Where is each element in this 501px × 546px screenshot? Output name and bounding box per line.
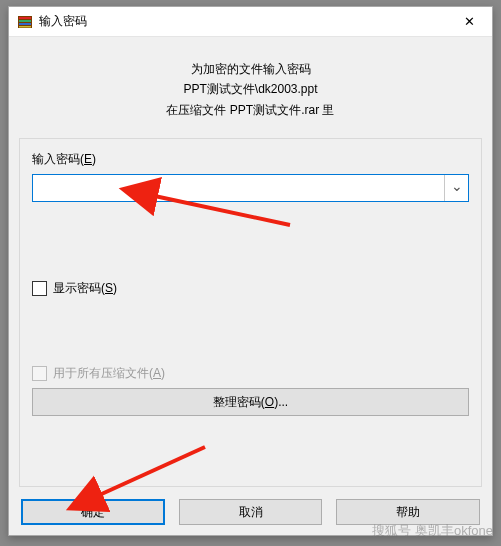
ok-button[interactable]: 确定	[21, 499, 165, 525]
password-label: 输入密码(E)	[32, 151, 469, 168]
svg-rect-2	[19, 20, 31, 22]
password-combobox[interactable]: ⌄	[32, 174, 469, 202]
organize-passwords-button[interactable]: 整理密码(O)...	[32, 388, 469, 416]
cancel-button[interactable]: 取消	[179, 499, 323, 525]
prompt-text: 为加密的文件输入密码 PPT测试文件\dk2003.ppt 在压缩文件 PPT测…	[19, 59, 482, 120]
main-group: 输入密码(E) ⌄ 显示密码(S) 用于所有压缩文件(A)	[19, 138, 482, 487]
client-area: 为加密的文件输入密码 PPT测试文件\dk2003.ppt 在压缩文件 PPT测…	[9, 37, 492, 535]
prompt-line2: PPT测试文件\dk2003.ppt	[19, 79, 482, 99]
titlebar: 输入密码 ✕	[9, 7, 492, 37]
show-password-checkbox[interactable]	[32, 281, 47, 296]
svg-rect-1	[19, 17, 31, 19]
show-password-row: 显示密码(S)	[32, 280, 469, 297]
use-for-all-label: 用于所有压缩文件(A)	[53, 365, 165, 382]
winrar-icon	[17, 14, 33, 30]
prompt-line1: 为加密的文件输入密码	[19, 59, 482, 79]
svg-rect-3	[19, 23, 31, 25]
use-for-all-row: 用于所有压缩文件(A)	[32, 365, 469, 382]
dialog-window: 输入密码 ✕ 为加密的文件输入密码 PPT测试文件\dk2003.ppt 在压缩…	[8, 6, 493, 536]
password-input[interactable]	[33, 175, 444, 201]
prompt-line3: 在压缩文件 PPT测试文件.rar 里	[19, 100, 482, 120]
chevron-down-icon: ⌄	[451, 179, 463, 193]
svg-rect-4	[19, 26, 31, 28]
close-button[interactable]: ✕	[446, 7, 492, 37]
show-password-label: 显示密码(S)	[53, 280, 117, 297]
help-button[interactable]: 帮助	[336, 499, 480, 525]
window-title: 输入密码	[39, 13, 446, 30]
button-row: 确定 取消 帮助	[19, 499, 482, 525]
password-dropdown-button[interactable]: ⌄	[444, 175, 468, 201]
close-icon: ✕	[464, 14, 475, 29]
use-for-all-checkbox	[32, 366, 47, 381]
